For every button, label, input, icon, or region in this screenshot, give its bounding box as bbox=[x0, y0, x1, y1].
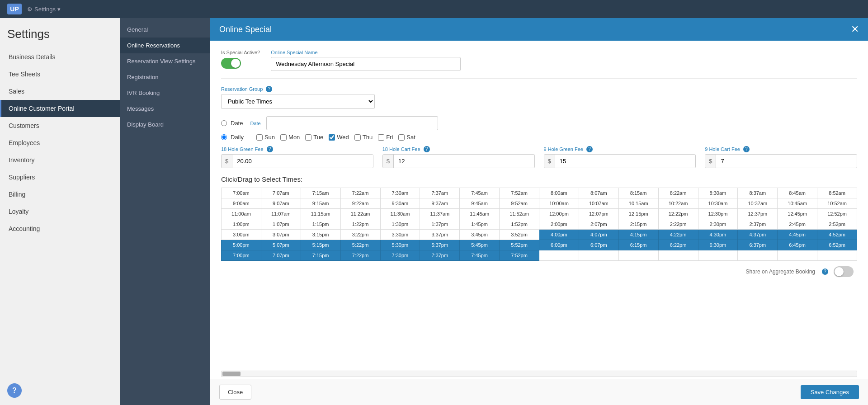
time-cell[interactable]: 9:07am bbox=[261, 198, 301, 209]
time-cell[interactable]: 6:37pm bbox=[738, 240, 778, 250]
sidebar-item-customers[interactable]: Customers bbox=[0, 117, 120, 134]
reservation-group-help-icon[interactable]: ? bbox=[266, 86, 272, 92]
time-cell[interactable]: 11:52am bbox=[500, 209, 539, 219]
fee-18-cart-help-icon[interactable]: ? bbox=[424, 146, 430, 152]
horizontal-scrollbar[interactable] bbox=[221, 371, 857, 377]
time-cell[interactable]: 10:45am bbox=[778, 198, 817, 209]
time-cell[interactable]: 2:45pm bbox=[778, 219, 817, 230]
time-cell[interactable]: 11:22am bbox=[340, 209, 380, 219]
time-cell[interactable]: 5:37pm bbox=[420, 240, 460, 250]
time-cell[interactable]: 1:15pm bbox=[301, 219, 340, 230]
time-cell[interactable]: 10:52am bbox=[817, 198, 857, 209]
day-checkbox-fri[interactable] bbox=[378, 134, 384, 141]
day-checkbox-thu[interactable] bbox=[354, 134, 361, 141]
time-cell[interactable]: 8:22am bbox=[658, 188, 698, 198]
time-cell[interactable]: 11:15am bbox=[301, 209, 340, 219]
sidebar-item-online-customer-portal[interactable]: Online Customer Portal bbox=[0, 100, 120, 117]
time-cell[interactable]: 7:52pm bbox=[500, 250, 539, 261]
time-cell[interactable]: 5:15pm bbox=[301, 240, 340, 250]
time-cell[interactable]: 9:45am bbox=[460, 198, 500, 209]
time-cell[interactable]: 11:45am bbox=[460, 209, 500, 219]
time-cell[interactable]: 11:30am bbox=[380, 209, 420, 219]
time-cell[interactable]: 7:07pm bbox=[261, 250, 301, 261]
fee-9-green-input[interactable] bbox=[555, 155, 696, 168]
time-cell[interactable]: 8:07am bbox=[579, 188, 618, 198]
time-cell[interactable]: 2:07pm bbox=[579, 219, 618, 230]
time-cell[interactable]: 8:00am bbox=[539, 188, 579, 198]
time-cell[interactable]: 8:15am bbox=[618, 188, 658, 198]
time-cell[interactable]: 10:22am bbox=[658, 198, 698, 209]
sidebar-item-accounting[interactable]: Accounting bbox=[0, 220, 120, 237]
time-cell[interactable]: 10:30am bbox=[698, 198, 738, 209]
close-button[interactable]: Close bbox=[219, 385, 251, 400]
time-cell[interactable]: 10:37am bbox=[738, 198, 778, 209]
time-cell[interactable]: 12:37pm bbox=[738, 209, 778, 219]
time-cell[interactable]: 3:07pm bbox=[261, 230, 301, 240]
time-cell[interactable]: 4:00pm bbox=[539, 230, 579, 240]
secondary-item-online-reservations[interactable]: Online Reservations bbox=[120, 38, 210, 53]
time-cell[interactable]: 3:30pm bbox=[380, 230, 420, 240]
fee-18-green-input[interactable] bbox=[232, 155, 373, 168]
time-cell[interactable]: 7:15am bbox=[301, 188, 340, 198]
time-cell[interactable]: 9:00am bbox=[222, 198, 261, 209]
time-cell[interactable]: 3:22pm bbox=[340, 230, 380, 240]
date-input[interactable] bbox=[266, 116, 438, 130]
time-cell[interactable]: 3:52pm bbox=[500, 230, 539, 240]
time-cell[interactable]: 11:07am bbox=[261, 209, 301, 219]
time-cell[interactable]: 10:00am bbox=[539, 198, 579, 209]
time-cell[interactable]: 7:45pm bbox=[460, 250, 500, 261]
time-cell[interactable]: 1:22pm bbox=[340, 219, 380, 230]
time-cell[interactable]: 4:30pm bbox=[698, 230, 738, 240]
time-cell[interactable]: 6:30pm bbox=[698, 240, 738, 250]
time-cell[interactable]: 7:15pm bbox=[301, 250, 340, 261]
time-cell[interactable]: 5:07pm bbox=[261, 240, 301, 250]
time-cell[interactable]: 4:37pm bbox=[738, 230, 778, 240]
time-cell[interactable]: 2:00pm bbox=[539, 219, 579, 230]
time-cell[interactable]: 6:00pm bbox=[539, 240, 579, 250]
time-cell[interactable]: 7:30am bbox=[380, 188, 420, 198]
time-cell[interactable]: 12:30pm bbox=[698, 209, 738, 219]
reservation-group-select[interactable]: Public Tee TimesPrivate Tee TimesGroup B… bbox=[221, 94, 375, 109]
secondary-item-general[interactable]: General bbox=[120, 22, 210, 38]
time-cell[interactable]: 6:15pm bbox=[618, 240, 658, 250]
settings-nav[interactable]: ⚙ Settings ▾ bbox=[27, 6, 61, 13]
time-cell[interactable]: 7:22pm bbox=[340, 250, 380, 261]
time-cell[interactable]: 7:52am bbox=[500, 188, 539, 198]
time-cell[interactable]: 5:00pm bbox=[222, 240, 261, 250]
date-radio[interactable] bbox=[221, 120, 227, 126]
time-cell[interactable]: 3:45pm bbox=[460, 230, 500, 240]
day-checkbox-sun[interactable] bbox=[256, 134, 263, 141]
time-cell[interactable]: 1:52pm bbox=[500, 219, 539, 230]
time-cell[interactable]: 12:07pm bbox=[579, 209, 618, 219]
time-cell[interactable]: 5:52pm bbox=[500, 240, 539, 250]
time-cell[interactable]: 8:30am bbox=[698, 188, 738, 198]
time-cell[interactable]: 2:52pm bbox=[817, 219, 857, 230]
time-cell[interactable]: 12:15pm bbox=[618, 209, 658, 219]
modal-close-button[interactable]: ✕ bbox=[851, 24, 859, 34]
time-cell[interactable]: 9:52am bbox=[500, 198, 539, 209]
time-cell[interactable]: 11:37am bbox=[420, 209, 460, 219]
time-cell[interactable]: 7:22am bbox=[340, 188, 380, 198]
secondary-item-registration[interactable]: Registration bbox=[120, 69, 210, 85]
time-cell[interactable]: 12:22pm bbox=[658, 209, 698, 219]
time-cell[interactable]: 5:30pm bbox=[380, 240, 420, 250]
time-cell[interactable]: 6:07pm bbox=[579, 240, 618, 250]
time-cell[interactable]: 8:52am bbox=[817, 188, 857, 198]
time-cell[interactable]: 12:00pm bbox=[539, 209, 579, 219]
secondary-item-messages[interactable]: Messages bbox=[120, 101, 210, 117]
day-checkbox-sat[interactable] bbox=[398, 134, 405, 141]
secondary-item-display-board[interactable]: Display Board bbox=[120, 117, 210, 132]
time-cell[interactable]: 2:22pm bbox=[658, 219, 698, 230]
time-cell[interactable]: 8:37am bbox=[738, 188, 778, 198]
time-cell[interactable]: 4:45pm bbox=[778, 230, 817, 240]
time-cell[interactable]: 3:15pm bbox=[301, 230, 340, 240]
time-cell[interactable]: 10:07am bbox=[579, 198, 618, 209]
secondary-item-ivr-booking[interactable]: IVR Booking bbox=[120, 85, 210, 101]
day-sat[interactable]: Sat bbox=[398, 134, 415, 141]
aggregate-help-icon[interactable]: ? bbox=[822, 268, 828, 275]
fee-9-cart-input[interactable] bbox=[716, 155, 857, 168]
time-cell[interactable]: 6:22pm bbox=[658, 240, 698, 250]
aggregate-toggle[interactable] bbox=[834, 266, 854, 277]
time-cell[interactable]: 7:00am bbox=[222, 188, 261, 198]
is-active-toggle[interactable] bbox=[221, 58, 241, 69]
